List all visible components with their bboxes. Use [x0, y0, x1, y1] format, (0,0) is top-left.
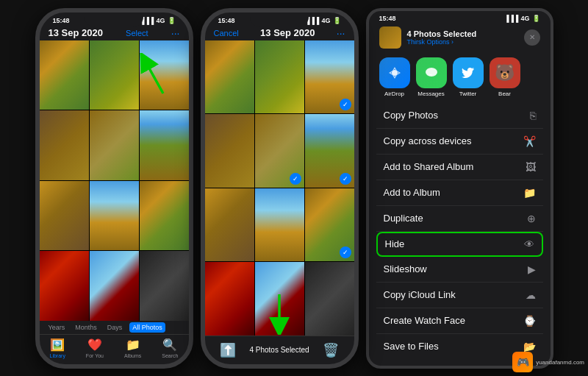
share-battery: 🔋: [532, 15, 540, 22]
menu-hide[interactable]: Hide 👁: [376, 232, 543, 257]
selected-count-label: 4 Photos Selected: [249, 346, 309, 354]
phone-1-battery: 🔋: [168, 17, 176, 24]
phone-2-time: 15:48: [218, 17, 235, 24]
photo-cell-6[interactable]: [140, 110, 189, 180]
library-icon: 🖼️: [50, 338, 65, 352]
photo-cell-2-5[interactable]: ✓: [255, 114, 304, 188]
menu-copy-icloud-link[interactable]: Copy iCloud Link ☁: [376, 283, 543, 308]
tab-months[interactable]: Months: [72, 322, 100, 333]
photo-cell-5[interactable]: [90, 110, 139, 180]
menu-copy-photos[interactable]: Copy Photos ⎘: [376, 103, 543, 129]
photo-cell-9[interactable]: [140, 181, 189, 251]
add-to-album-icon: 📁: [523, 187, 536, 199]
photo-cell-1[interactable]: [40, 40, 89, 110]
phone-1-dots[interactable]: ···: [171, 27, 180, 39]
save-to-files-icon: 📂: [523, 341, 536, 352]
photo-cell-2-6[interactable]: ✓: [305, 114, 354, 188]
copy-photos-icon: ⎘: [530, 110, 536, 121]
photo-cell-11[interactable]: [90, 251, 139, 321]
messages-icon[interactable]: [416, 57, 447, 88]
select-circle-6[interactable]: ✓: [340, 173, 351, 185]
tab-for-you[interactable]: ❤️ For You: [86, 338, 104, 358]
photo-cell-4[interactable]: [40, 110, 89, 180]
bear-icon[interactable]: 🐻: [490, 57, 520, 88]
tab-albums-label: Albums: [124, 353, 141, 358]
phone-2-status-right: ▐▐▐ 4G 🔋: [305, 17, 340, 24]
phone-1-status-right: ▐▐▐ 4G 🔋: [140, 17, 175, 24]
watermark-logo: 🎮: [512, 352, 533, 372]
phone-1-time: 15:48: [53, 17, 70, 24]
menu-duplicate[interactable]: Duplicate ⊕: [376, 206, 543, 232]
share-icon[interactable]: ⬆️: [220, 342, 236, 358]
phone-2-battery: 🔋: [333, 17, 341, 24]
photo-cell-2-10[interactable]: [205, 262, 254, 336]
watermark-emoji: 🎮: [517, 356, 529, 368]
for-you-icon: ❤️: [87, 338, 102, 352]
photo-cell-2-2[interactable]: [255, 40, 304, 114]
photo-cell-2-11[interactable]: [255, 262, 304, 336]
menu-copy-across-devices[interactable]: Copy across devices ✂️: [376, 129, 543, 155]
app-icon-messages[interactable]: Messages: [416, 57, 447, 97]
airdrop-svg: [387, 65, 403, 81]
tab-albums[interactable]: 📁 Albums: [124, 338, 141, 358]
twitter-icon[interactable]: [453, 57, 484, 88]
photo-cell-3[interactable]: [140, 40, 189, 110]
duplicate-icon: ⊕: [527, 213, 536, 224]
airdrop-icon[interactable]: [379, 57, 410, 88]
phone-1: 15:48 ▐▐▐ 4G 🔋 13 Sep 2020 Select ···: [35, 8, 193, 369]
menu-slideshow[interactable]: Slideshow ▶: [376, 257, 543, 283]
tab-library[interactable]: 🖼️ Library: [49, 338, 65, 358]
app-icon-twitter[interactable]: Twitter: [453, 57, 484, 97]
tab-for-you-label: For You: [86, 353, 104, 358]
photo-cell-12[interactable]: [140, 251, 189, 321]
tab-all-photos[interactable]: All Photos: [129, 322, 165, 333]
photo-cell-2-3[interactable]: ✓: [305, 40, 354, 114]
photo-cell-2-4[interactable]: [205, 114, 254, 188]
share-sheet-status-bar: 15:48 ▐▐▐ 4G 🔋: [369, 11, 551, 24]
phone-1-photo-grid: [40, 40, 189, 321]
copy-icloud-icon: ☁: [526, 289, 536, 301]
photo-cell-2-8[interactable]: [255, 188, 304, 262]
app-icon-airdrop[interactable]: AirDrop: [379, 57, 410, 97]
duplicate-label: Duplicate: [384, 213, 423, 224]
phone-1-select-btn[interactable]: Select: [126, 29, 148, 38]
photo-cell-2[interactable]: [90, 40, 139, 110]
menu-create-watch-face[interactable]: Create Watch Face ⌚: [376, 308, 543, 334]
search-icon: 🔍: [162, 338, 177, 352]
photo-cell-2-9[interactable]: ✓: [305, 188, 354, 262]
twitter-label: Twitter: [459, 91, 477, 97]
photo-cell-2-7[interactable]: [205, 188, 254, 262]
albums-icon: 📁: [126, 338, 140, 352]
phone-2-dots[interactable]: ···: [337, 27, 345, 39]
save-to-files-label: Save to Files: [384, 341, 439, 352]
share-time: 15:48: [379, 15, 396, 22]
photo-cell-2-12[interactable]: [305, 262, 354, 336]
messages-svg: [423, 65, 440, 81]
share-signal: ▐▐▐: [504, 15, 518, 22]
select-circle-9[interactable]: ✓: [340, 246, 351, 258]
add-shared-album-icon: 🖼: [526, 161, 536, 173]
tab-search[interactable]: 🔍 Search: [162, 338, 178, 358]
app-icon-bear[interactable]: 🐻 Bear: [490, 57, 520, 97]
tab-years[interactable]: Years: [46, 322, 68, 333]
menu-add-to-album[interactable]: Add to Album 📁: [376, 180, 543, 206]
photo-cell-7[interactable]: [40, 181, 89, 251]
select-circle-5[interactable]: ✓: [290, 173, 301, 185]
photo-cell-10[interactable]: [40, 251, 89, 321]
share-sub-label[interactable]: Thirsk Options ›: [407, 38, 477, 46]
tab-days[interactable]: Days: [104, 322, 126, 333]
phone-2-cancel-btn[interactable]: Cancel: [214, 29, 239, 38]
share-header-left: 4 Photos Selected Thirsk Options ›: [379, 26, 477, 49]
phone-2-network: 4G: [321, 17, 330, 24]
share-close-button[interactable]: ✕: [524, 29, 540, 46]
phone-1-nav-bar: 13 Sep 2020 Select ···: [40, 26, 189, 40]
photo-cell-2-1[interactable]: [205, 40, 254, 114]
add-shared-album-label: Add to Shared Album: [384, 161, 474, 172]
menu-add-shared-album[interactable]: Add to Shared Album 🖼: [376, 155, 543, 180]
watermark-text: yuandafanmd.com: [536, 359, 584, 366]
hide-label: Hide: [385, 238, 405, 249]
trash-icon[interactable]: 🗑️: [323, 342, 339, 358]
photo-cell-8[interactable]: [90, 181, 139, 251]
share-thumbnail: [379, 26, 401, 49]
select-circle-3[interactable]: ✓: [340, 99, 351, 110]
